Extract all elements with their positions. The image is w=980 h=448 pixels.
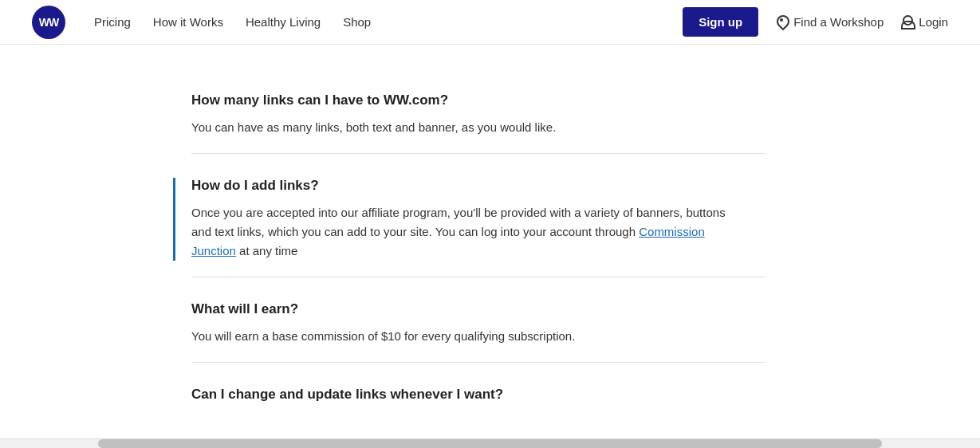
faq-question-change-links: Can I change and update links whenever I… xyxy=(191,387,734,403)
logo-text: WW xyxy=(39,16,58,29)
faq-answer-add-links: Once you are accepted into our affiliate… xyxy=(191,203,734,261)
faq-links-count: How many links can I have to WW.com? You… xyxy=(191,77,766,154)
find-workshop-label: Find a Workshop xyxy=(793,15,884,29)
faq-answer-earnings: You will earn a base commission of $10 f… xyxy=(191,327,734,346)
faq-question-earnings: What will I earn? xyxy=(191,301,734,317)
nav-how-it-works[interactable]: How it Works xyxy=(153,15,223,29)
nav-pricing[interactable]: Pricing xyxy=(94,15,131,29)
main-content: How many links can I have to WW.com? You… xyxy=(0,45,766,448)
faq-answer-add-links-after: at any time xyxy=(236,244,298,257)
logo[interactable]: WW xyxy=(32,6,65,39)
horizontal-scrollbar[interactable] xyxy=(0,438,980,448)
login-label: Login xyxy=(919,15,948,29)
login-link[interactable]: Login xyxy=(899,15,948,29)
find-workshop-link[interactable]: Find a Workshop xyxy=(774,15,884,29)
faq-question-add-links: How do I add links? xyxy=(191,178,734,194)
nav-healthy-living[interactable]: Healthy Living xyxy=(246,15,321,29)
signup-button[interactable]: Sign up xyxy=(683,7,758,37)
nav-links: Pricing How it Works Healthy Living Shop xyxy=(94,15,683,29)
scrollbar-thumb[interactable] xyxy=(98,439,882,448)
location-icon xyxy=(774,15,789,29)
faq-earnings: What will I earn? You will earn a base c… xyxy=(191,285,766,363)
faq-add-links-content: How do I add links? Once you are accepte… xyxy=(173,178,734,261)
person-icon xyxy=(899,15,914,29)
nav-shop[interactable]: Shop xyxy=(343,15,371,29)
navbar: WW Pricing How it Works Healthy Living S… xyxy=(0,0,980,45)
faq-question-links-count: How many links can I have to WW.com? xyxy=(191,92,734,108)
faq-change-links: Can I change and update links whenever I… xyxy=(191,371,766,428)
faq-answer-links-count: You can have as many links, both text an… xyxy=(191,118,734,137)
faq-add-links: How do I add links? Once you are accepte… xyxy=(191,162,766,277)
nav-right: Sign up Find a Workshop Login xyxy=(683,7,948,37)
